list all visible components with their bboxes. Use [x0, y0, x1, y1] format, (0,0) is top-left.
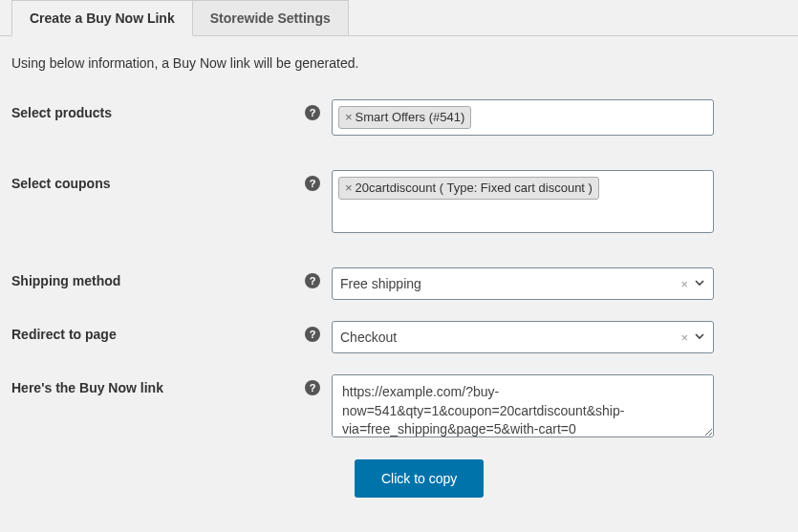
buy-now-link-output[interactable]	[332, 374, 714, 437]
page-description: Using below information, a Buy Now link …	[0, 36, 798, 99]
remove-tag-icon[interactable]: ×	[345, 180, 353, 197]
click-to-copy-button[interactable]: Click to copy	[355, 459, 484, 498]
coupons-input[interactable]: ×20cartdiscount ( Type: Fixed cart disco…	[332, 170, 714, 233]
tab-storewide-settings[interactable]: Storewide Settings	[193, 0, 349, 36]
help-icon[interactable]: ?	[305, 273, 320, 288]
product-tag-label: Smart Offers (#541)	[356, 109, 465, 126]
redirect-page-select[interactable]: Checkout ×	[332, 321, 714, 353]
clear-icon[interactable]: ×	[680, 277, 688, 291]
help-icon[interactable]: ?	[305, 380, 320, 395]
products-input[interactable]: ×Smart Offers (#541)	[332, 99, 714, 136]
label-select-coupons: Select coupons	[11, 176, 305, 191]
redirect-page-value: Checkout	[340, 330, 680, 345]
help-icon[interactable]: ?	[305, 176, 320, 191]
tab-create-buy-now-link[interactable]: Create a Buy Now Link	[11, 0, 193, 36]
shipping-method-select[interactable]: Free shipping ×	[332, 267, 714, 300]
label-redirect-page: Redirect to page	[11, 327, 305, 342]
remove-tag-icon[interactable]: ×	[345, 109, 353, 126]
chevron-down-icon	[694, 330, 705, 345]
coupon-tag: ×20cartdiscount ( Type: Fixed cart disco…	[338, 177, 599, 200]
tabs: Create a Buy Now Link Storewide Settings	[0, 0, 798, 36]
product-tag: ×Smart Offers (#541)	[338, 106, 471, 129]
shipping-method-value: Free shipping	[340, 276, 680, 291]
coupon-tag-label: 20cartdiscount ( Type: Fixed cart discou…	[356, 180, 593, 197]
label-select-products: Select products	[11, 105, 305, 120]
chevron-down-icon	[694, 276, 705, 291]
label-shipping-method: Shipping method	[11, 273, 305, 288]
help-icon[interactable]: ?	[305, 105, 320, 120]
label-buy-now-link: Here's the Buy Now link	[11, 380, 305, 395]
help-icon[interactable]: ?	[305, 327, 320, 342]
clear-icon[interactable]: ×	[680, 330, 688, 345]
